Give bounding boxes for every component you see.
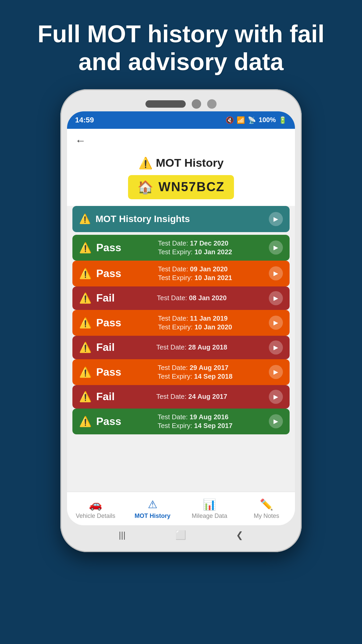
mot-row[interactable]: ⚠️ Pass Test Date: 17 Dec 2020 Test Expi… (72, 235, 290, 261)
insights-left: ⚠️ MOT History Insights (79, 213, 190, 224)
mot-row-play-btn[interactable]: ▶ (269, 316, 283, 330)
expiry-date-value: 14 Sep 2017 (194, 422, 233, 429)
nav-icon: 📊 (203, 498, 216, 511)
expiry-date-line: Test Expiry: 14 Sep 2017 (158, 422, 232, 430)
expiry-date-line: Test Expiry: 10 Jan 2022 (158, 248, 232, 256)
test-date-line: Test Date: 19 Aug 2016 (158, 413, 232, 421)
mot-row-left: ⚠️ Pass (79, 415, 121, 428)
mot-records: ⚠️ Pass Test Date: 17 Dec 2020 Test Expi… (72, 235, 290, 434)
page-title: ⚠️ MOT History (138, 156, 224, 170)
mot-hazard-icon: ⚠️ (79, 366, 92, 378)
nav-item-mileage-data[interactable]: 📊 Mileage Data (181, 498, 238, 520)
insights-banner[interactable]: ⚠️ MOT History Insights ▶ (72, 206, 290, 232)
mot-status: Fail (96, 341, 115, 354)
plate-number: WN57BCZ (159, 180, 225, 194)
mot-status: Pass (96, 241, 121, 254)
status-signal-icon: 📡 (248, 116, 256, 124)
status-mute-icon: 🔇 (226, 116, 234, 124)
test-date-line: Test Date: 17 Dec 2020 (158, 239, 232, 247)
expiry-date-line: Test Expiry: 10 Jan 2021 (158, 274, 232, 282)
mot-row[interactable]: ⚠️ Fail Test Date: 24 Aug 2017 ▶ (72, 385, 290, 409)
test-date-line: Test Date: 28 Aug 2018 (156, 343, 227, 351)
mot-status: Pass (96, 415, 121, 428)
nav-icon: ✏️ (260, 498, 273, 511)
mot-row-play-btn[interactable]: ▶ (269, 266, 283, 280)
mot-status: Pass (96, 317, 121, 329)
mot-row-play-btn[interactable]: ▶ (269, 240, 283, 255)
mot-row[interactable]: ⚠️ Pass Test Date: 29 Aug 2017 Test Expi… (72, 359, 290, 385)
mot-row-left: ⚠️ Fail (79, 341, 115, 354)
mot-dates: Test Date: 24 Aug 2017 (156, 393, 227, 400)
nav-label: Vehicle Details (76, 513, 115, 520)
nav-item-vehicle-details[interactable]: 🚗 Vehicle Details (67, 498, 124, 520)
phone-bottom-bar: ||| ⬜ ❮ (67, 525, 295, 545)
mot-dates: Test Date: 09 Jan 2020 Test Expiry: 10 J… (158, 265, 232, 282)
mot-hazard-icon: ⚠️ (138, 156, 153, 170)
test-date-value: 29 Aug 2017 (190, 364, 229, 371)
expiry-date-value: 10 Jan 2020 (194, 323, 232, 331)
mot-row-play-btn[interactable]: ▶ (269, 390, 283, 404)
test-date-value: 17 Dec 2020 (190, 239, 229, 247)
nav-label: My Notes (254, 513, 279, 520)
nav-item-my-notes[interactable]: ✏️ My Notes (238, 498, 295, 520)
mot-status: Pass (96, 366, 121, 378)
mot-row[interactable]: ⚠️ Pass Test Date: 09 Jan 2020 Test Expi… (72, 261, 290, 286)
mot-list-container[interactable]: ⚠️ MOT History Insights ▶ ⚠️ Pass Test D… (67, 206, 295, 492)
mot-dates: Test Date: 17 Dec 2020 Test Expiry: 10 J… (158, 239, 232, 256)
app-header: ← (67, 129, 295, 153)
car-icon: 🏠 (137, 180, 154, 195)
back-button[interactable]: ← (75, 135, 86, 147)
mot-dates: Test Date: 28 Aug 2018 (156, 343, 227, 351)
test-date-value: 09 Jan 2020 (190, 265, 228, 273)
status-icons: 🔇 📶 📡 100% 🔋 (226, 116, 287, 124)
mot-row[interactable]: ⚠️ Fail Test Date: 08 Jan 2020 ▶ (72, 286, 290, 310)
test-date-value: 24 Aug 2017 (188, 393, 227, 400)
phone-nav-back[interactable]: ❮ (236, 530, 243, 540)
mot-hazard-icon: ⚠️ (79, 317, 92, 329)
mot-row-left: ⚠️ Pass (79, 317, 121, 329)
test-date-line: Test Date: 29 Aug 2017 (158, 364, 232, 372)
bottom-nav: 🚗 Vehicle Details ⚠ MOT History 📊 Mileag… (67, 492, 295, 525)
mot-row[interactable]: ⚠️ Fail Test Date: 28 Aug 2018 ▶ (72, 336, 290, 359)
hero-text: Full MOT history with fail and advisory … (0, 0, 362, 89)
nav-label: MOT History (134, 513, 170, 520)
mot-hazard-icon: ⚠️ (79, 292, 92, 304)
mot-row[interactable]: ⚠️ Pass Test Date: 19 Aug 2016 Test Expi… (72, 409, 290, 434)
mot-row-play-btn[interactable]: ▶ (269, 291, 283, 305)
mot-row-play-btn[interactable]: ▶ (269, 365, 283, 379)
mot-row-left: ⚠️ Fail (79, 292, 115, 304)
status-battery-icon: 🔋 (279, 116, 287, 124)
mot-row-left: ⚠️ Pass (79, 241, 121, 254)
insights-play-btn[interactable]: ▶ (269, 212, 283, 226)
expiry-date-value: 14 Sep 2018 (194, 373, 233, 380)
mot-row-left: ⚠️ Fail (79, 390, 115, 403)
mot-row-left: ⚠️ Pass (79, 366, 121, 378)
nav-icon: ⚠ (148, 498, 158, 511)
test-date-value: 28 Aug 2018 (188, 343, 227, 351)
phone-screen: 14:59 🔇 📶 📡 100% 🔋 ← ⚠️ MOT History 🏠 WN… (67, 111, 295, 525)
phone-shell: 14:59 🔇 📶 📡 100% 🔋 ← ⚠️ MOT History 🏠 WN… (60, 89, 302, 552)
mot-dates: Test Date: 08 Jan 2020 (157, 294, 227, 302)
status-bar: 14:59 🔇 📶 📡 100% 🔋 (67, 111, 295, 129)
insights-hazard-icon: ⚠️ (79, 213, 91, 224)
mot-dates: Test Date: 19 Aug 2016 Test Expiry: 14 S… (158, 413, 232, 430)
phone-camera-1 (192, 99, 201, 109)
mot-hazard-icon: ⚠️ (79, 341, 92, 353)
mot-status: Pass (96, 267, 121, 280)
nav-label: Mileage Data (192, 513, 227, 520)
test-date-line: Test Date: 11 Jan 2019 (158, 315, 232, 322)
test-date-value: 11 Jan 2019 (190, 315, 228, 322)
phone-nav-home[interactable]: ⬜ (175, 530, 186, 540)
test-date-line: Test Date: 08 Jan 2020 (157, 294, 227, 302)
test-date-value: 08 Jan 2020 (189, 294, 227, 302)
test-date-line: Test Date: 24 Aug 2017 (156, 393, 227, 400)
status-battery: 100% (259, 116, 276, 124)
mot-row[interactable]: ⚠️ Pass Test Date: 11 Jan 2019 Test Expi… (72, 310, 290, 336)
mot-row-play-btn[interactable]: ▶ (269, 414, 283, 428)
mot-row-play-btn[interactable]: ▶ (269, 340, 283, 355)
mot-row-left: ⚠️ Pass (79, 267, 121, 280)
nav-item-mot-history[interactable]: ⚠ MOT History (124, 498, 181, 520)
page-title-text: MOT History (156, 156, 224, 169)
mot-hazard-icon: ⚠️ (79, 416, 92, 427)
phone-nav-recents[interactable]: ||| (119, 530, 125, 540)
